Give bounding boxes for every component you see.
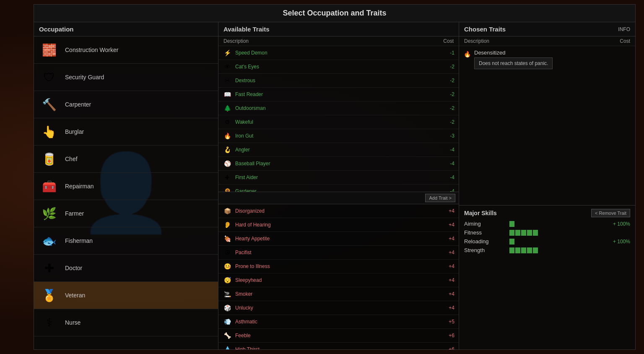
trait-row-wakeful[interactable]: ⚙ Wakeful -2 — [218, 115, 459, 129]
skill-row-fitness: Fitness — [464, 229, 630, 236]
trait-row-dextrous[interactable]: ✂ Dextrous -2 — [218, 74, 459, 88]
add-trait-button[interactable]: Add Trait > — [425, 194, 455, 202]
neg-trait-name: Hard of Hearing — [235, 222, 442, 228]
neg-trait-row-sleepyhead[interactable]: 😴 Sleepyhead +4 — [218, 273, 459, 287]
neg-trait-name: Disorganized — [235, 208, 442, 214]
trait-name: Baseball Player — [235, 161, 442, 167]
trait-cost: -2 — [442, 64, 454, 70]
occupation-item-construction_worker[interactable]: 🧱 Construction Worker — [34, 36, 218, 64]
negative-traits-list[interactable]: 📦 Disorganized +4 👂 Hard of Hearing +4 🍖… — [218, 204, 459, 350]
skill-bar-unit — [515, 230, 520, 236]
occ-name-doctor: Doctor — [65, 265, 82, 271]
neg-trait-icon: 🤒 — [223, 262, 232, 271]
neg-trait-cost: +6 — [442, 346, 454, 350]
skills-header-row: Major Skills < Remove Trait — [464, 209, 630, 217]
trait-row-gardener[interactable]: 🌻 Gardener -4 — [218, 185, 459, 192]
occ-name-farmer: Farmer — [65, 210, 84, 217]
occupation-item-burglar[interactable]: 👆 Burglar — [34, 118, 218, 146]
skill-bar-unit — [509, 247, 514, 253]
trait-icon: ✚ — [223, 173, 232, 182]
trait-row-angler[interactable]: 🪝 Angler -4 — [218, 143, 459, 157]
occupation-header-text: Occupation — [39, 26, 74, 33]
neg-trait-row-hearty-appetite[interactable]: 🍖 Hearty Appetite +4 — [218, 232, 459, 246]
trait-row-first-aider[interactable]: ✚ First Aider -4 — [218, 171, 459, 185]
occupation-item-fisherman[interactable]: 🐟 Fisherman — [34, 227, 218, 255]
skill-bars — [509, 247, 606, 253]
occ-icon-burglar: 👆 — [39, 122, 59, 142]
trait-row-speed-demon[interactable]: ⚡ Speed Demon -1 — [218, 46, 459, 60]
occ-name-veteran: Veteran — [65, 292, 85, 299]
neg-trait-cost: +4 — [442, 305, 454, 311]
neg-trait-icon: 😴 — [223, 276, 232, 285]
occupation-item-carpenter[interactable]: 🔨 Carpenter — [34, 91, 218, 118]
trait-row-fast-reader[interactable]: 📖 Fast Reader -2 — [218, 88, 459, 102]
neg-trait-row-high-thirst[interactable]: 💧 High Thirst +6 — [218, 343, 459, 350]
skill-bar-unit — [533, 230, 538, 236]
occ-name-burglar: Burglar — [65, 128, 84, 135]
neg-trait-cost: +6 — [442, 333, 454, 338]
content-area: Occupation 👤 🧱 Construction Worker 🛡 Sec… — [34, 22, 635, 349]
neg-trait-icon: ☮ — [223, 248, 232, 257]
trait-cost: -2 — [442, 105, 454, 111]
occupation-item-farmer[interactable]: 🌿 Farmer — [34, 200, 218, 227]
neg-trait-row-disorganized[interactable]: 📦 Disorganized +4 — [218, 204, 459, 218]
trait-icon: ⚾ — [223, 159, 232, 168]
neg-trait-row-prone-to-illness[interactable]: 🤒 Prone to Illness +4 — [218, 260, 459, 273]
occupation-item-repairman[interactable]: 🧰 Repairman — [34, 173, 218, 200]
neg-trait-row-pacifist[interactable]: ☮ Pacifist +4 — [218, 246, 459, 260]
occupation-list[interactable]: 👤 🧱 Construction Worker 🛡 Security Guard… — [34, 36, 218, 349]
remove-trait-button[interactable]: < Remove Trait — [591, 209, 630, 217]
trait-icon: 🌲 — [223, 104, 232, 113]
occupation-panel: Occupation 👤 🧱 Construction Worker 🛡 Sec… — [34, 22, 218, 349]
neg-trait-row-asthmatic[interactable]: 💨 Asthmatic +5 — [218, 315, 459, 329]
skill-bars — [509, 230, 606, 236]
neg-trait-row-unlucky[interactable]: 🎲 Unlucky +4 — [218, 301, 459, 315]
occupation-item-nurse[interactable]: ⚕ Nurse — [34, 309, 218, 336]
trait-row-cat's-eyes[interactable]: 👁 Cat's Eyes -2 — [218, 60, 459, 74]
neg-trait-icon: 🚬 — [223, 289, 232, 299]
neg-trait-row-feeble[interactable]: 🦴 Feeble +6 — [218, 329, 459, 343]
skill-row-reloading: Reloading + 100% — [464, 238, 630, 245]
neg-trait-row-hard-of-hearing[interactable]: 👂 Hard of Hearing +4 — [218, 218, 459, 232]
neg-trait-name: Asthmatic — [235, 319, 442, 325]
trait-name: Wakeful — [235, 119, 442, 125]
neg-trait-cost: +4 — [442, 291, 454, 297]
main-container: Select Occupation and Traits Occupation … — [34, 4, 636, 350]
chosen-panel-title: Chosen Traits — [464, 26, 506, 33]
info-button[interactable]: INFO — [618, 26, 630, 32]
traits-subheader: Description Cost — [218, 36, 459, 46]
skill-name: Reloading — [464, 238, 506, 245]
positive-traits-list[interactable]: ⚡ Speed Demon -1 👁 Cat's Eyes -2 ✂ Dextr… — [218, 46, 459, 192]
trait-cost: -4 — [442, 147, 454, 153]
neg-trait-cost: +4 — [442, 236, 454, 242]
neg-trait-icon: 📦 — [223, 206, 232, 216]
skill-bar-unit — [533, 247, 538, 253]
chosen-desc-label: Description — [464, 38, 489, 44]
occupation-item-veteran[interactable]: 🏅 Veteran — [34, 282, 218, 309]
skill-bar-unit — [509, 221, 514, 227]
trait-icon: 🔥 — [223, 131, 232, 141]
neg-trait-name: Feeble — [235, 333, 442, 338]
add-trait-bar: Add Trait > — [218, 192, 459, 204]
skill-bonus: + 100% — [609, 239, 630, 245]
title-text: Select Occupation and Traits — [283, 9, 386, 17]
skill-name: Aiming — [464, 221, 506, 227]
trait-row-outdoorsman[interactable]: 🌲 Outdoorsman -2 — [218, 102, 459, 115]
occ-icon-doctor: ✚ — [39, 258, 59, 278]
occ-name-fisherman: Fisherman — [65, 237, 93, 244]
neg-trait-row-smoker[interactable]: 🚬 Smoker +4 — [218, 287, 459, 301]
occ-icon-carpenter: 🔨 — [39, 94, 59, 115]
occupation-item-chef[interactable]: 🥫 Chef — [34, 146, 218, 173]
skill-bars — [509, 239, 606, 245]
occupation-item-security_guard[interactable]: 🛡 Security Guard — [34, 64, 218, 91]
neg-trait-name: Hearty Appetite — [235, 236, 442, 242]
neg-trait-icon: 👂 — [223, 220, 232, 229]
occupation-panel-header: Occupation — [34, 22, 218, 36]
skill-bar-unit — [509, 230, 514, 236]
skill-row-aiming: Aiming + 100% — [464, 221, 630, 227]
trait-row-iron-gut[interactable]: 🔥 Iron Gut -3 — [218, 129, 459, 143]
trait-row-baseball-player[interactable]: ⚾ Baseball Player -4 — [218, 157, 459, 171]
chosen-traits-list: 🔥 Desensitized Does not reach states of … — [459, 46, 635, 206]
occupation-item-doctor[interactable]: ✚ Doctor — [34, 255, 218, 282]
occ-icon-farmer: 🌿 — [39, 203, 59, 224]
